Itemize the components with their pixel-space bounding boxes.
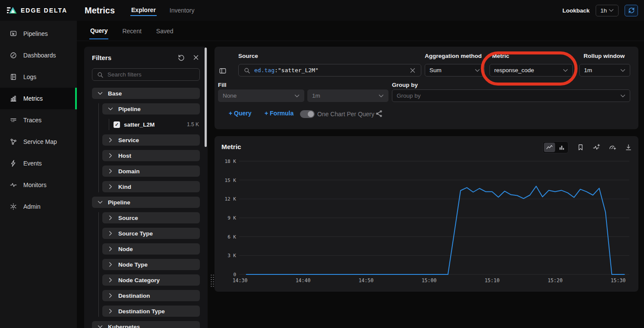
filters-scrollbar-thumb[interactable] bbox=[205, 48, 207, 147]
lookback-label: Lookback bbox=[562, 7, 590, 14]
filter-group-node-category[interactable]: Node Category bbox=[102, 274, 200, 286]
filters-reset-icon[interactable] bbox=[177, 54, 185, 61]
sidebar-item-logs[interactable]: Logs bbox=[0, 66, 77, 88]
filter-group-service[interactable]: Service bbox=[102, 134, 200, 146]
app-window: EDGE DELTA Metrics ExplorerInventory Loo… bbox=[0, 0, 644, 328]
aggregation-label: Aggregation method bbox=[425, 53, 482, 59]
filter-group-label: Pipeline bbox=[108, 199, 130, 206]
tab-saved[interactable]: Saved bbox=[155, 22, 174, 39]
filters-close-icon[interactable] bbox=[192, 54, 200, 61]
query-builder-panel: Source ed.tag:"satter_L2M" Aggregation m… bbox=[215, 47, 638, 129]
chevron-right-icon bbox=[107, 276, 114, 284]
filter-group-children: Pipeline✓satter_L2M1.5 KServiceHostDomai… bbox=[98, 103, 200, 192]
filter-group-source[interactable]: Source bbox=[102, 212, 200, 223]
svg-text:0: 0 bbox=[233, 272, 236, 277]
fill-select[interactable]: None bbox=[218, 89, 304, 102]
download-icon[interactable] bbox=[625, 143, 632, 151]
top-header: EDGE DELTA Metrics ExplorerInventory Loo… bbox=[0, 0, 644, 21]
filter-group-base[interactable]: Base bbox=[92, 88, 200, 99]
svg-text:18 K: 18 K bbox=[225, 159, 237, 164]
filter-group-label: Host bbox=[118, 153, 131, 159]
bar-chart-toggle-button[interactable] bbox=[556, 143, 567, 152]
filter-group-domain[interactable]: Domain bbox=[102, 166, 200, 177]
sidebar-item-traces[interactable]: Traces bbox=[0, 109, 77, 131]
sidebar: PipelinesDashboardsLogsMetricsTracesServ… bbox=[0, 21, 77, 328]
filter-group-node-type[interactable]: Node Type bbox=[102, 259, 200, 270]
chevron-right-icon bbox=[107, 183, 114, 191]
one-chart-per-query-toggle[interactable] bbox=[300, 110, 315, 118]
tab-query[interactable]: Query bbox=[89, 22, 108, 39]
save-query-bookmark-icon[interactable] bbox=[577, 143, 584, 151]
chevron-right-icon bbox=[107, 261, 114, 268]
svg-text:15:00: 15:00 bbox=[422, 277, 437, 283]
fill-value: None bbox=[223, 92, 237, 99]
filter-group-source-type[interactable]: Source Type bbox=[102, 228, 200, 239]
filters-search-input[interactable] bbox=[107, 71, 196, 78]
panel-resize-handle[interactable] bbox=[210, 274, 214, 287]
groupby-select[interactable]: Group by bbox=[392, 89, 630, 102]
one-chart-per-query-label: One Chart Per Query bbox=[317, 111, 374, 118]
chevron-right-icon bbox=[107, 245, 114, 253]
add-formula-button[interactable]: + Formula bbox=[265, 110, 294, 117]
sidebar-item-metrics[interactable]: Metrics bbox=[0, 88, 77, 109]
collapse-panel-icon[interactable] bbox=[219, 67, 227, 75]
add-to-dashboard-icon[interactable] bbox=[609, 143, 616, 151]
filter-group-label: Service bbox=[118, 137, 139, 143]
filter-group-node[interactable]: Node bbox=[102, 243, 200, 255]
sidebar-item-dashboards[interactable]: Dashboards bbox=[0, 45, 77, 66]
checkbox-checked[interactable]: ✓ bbox=[114, 121, 120, 128]
filter-group-kind[interactable]: Kind bbox=[102, 181, 200, 192]
lookback-select[interactable]: 1h bbox=[596, 5, 619, 16]
chevron-right-icon bbox=[107, 307, 114, 315]
line-chart-toggle-button[interactable] bbox=[544, 143, 555, 152]
rollup-select[interactable]: 1m bbox=[579, 64, 630, 76]
clear-query-icon[interactable] bbox=[409, 67, 417, 74]
header-tab-explorer[interactable]: Explorer bbox=[130, 5, 157, 16]
bar-chart-icon bbox=[559, 144, 565, 151]
filter-group-host[interactable]: Host bbox=[102, 150, 200, 161]
admin-icon bbox=[9, 203, 17, 210]
refresh-button[interactable] bbox=[625, 5, 638, 16]
filter-group-destination-type[interactable]: Destination Type bbox=[102, 306, 200, 317]
tab-recent[interactable]: Recent bbox=[121, 22, 142, 39]
search-icon bbox=[96, 71, 104, 79]
filter-group-pipeline[interactable]: Pipeline bbox=[102, 103, 200, 115]
create-monitor-icon[interactable] bbox=[593, 143, 600, 151]
header-tab-inventory[interactable]: Inventory bbox=[169, 5, 196, 16]
source-label: Source bbox=[238, 53, 258, 59]
filter-group-kubernetes[interactable]: Kubernetes bbox=[92, 321, 200, 328]
filter-group-pipeline[interactable]: Pipeline bbox=[92, 197, 200, 208]
filter-group-label: Pipeline bbox=[118, 106, 141, 112]
filter-group-destination[interactable]: Destination bbox=[102, 290, 200, 301]
chevron-down-icon bbox=[619, 92, 627, 100]
logs-icon bbox=[9, 73, 17, 81]
metric-line-chart[interactable]: 03 K6 K9 K12 K15 K18 K14:3014:4014:5015:… bbox=[219, 157, 634, 287]
sidebar-item-label: Monitors bbox=[23, 182, 47, 188]
chevron-right-icon bbox=[107, 152, 114, 159]
chart-title: Metric bbox=[221, 143, 241, 151]
header-right: Lookback 1h bbox=[562, 5, 644, 16]
sidebar-item-admin[interactable]: Admin bbox=[0, 196, 77, 217]
add-query-button[interactable]: + Query bbox=[229, 110, 252, 117]
chevron-right-icon bbox=[107, 214, 114, 222]
filters-title: Filters bbox=[92, 54, 111, 61]
source-query-input[interactable]: ed.tag:"satter_L2M" bbox=[238, 64, 421, 76]
fill-window-select[interactable]: 1m bbox=[307, 89, 388, 102]
view-tabs: QueryRecentSaved bbox=[77, 21, 644, 41]
groupby-placeholder: Group by bbox=[397, 92, 421, 99]
sidebar-item-service-map[interactable]: Service Map bbox=[0, 131, 77, 153]
filters-search[interactable] bbox=[92, 68, 200, 81]
chevron-right-icon bbox=[107, 292, 114, 299]
metric-select[interactable]: response_code bbox=[489, 64, 573, 76]
svg-text:14:50: 14:50 bbox=[359, 277, 374, 283]
sidebar-item-pipelines[interactable]: Pipelines bbox=[0, 23, 77, 45]
header-tabs: ExplorerInventory bbox=[130, 0, 195, 21]
filter-option-satter-l2m[interactable]: ✓satter_L2M1.5 K bbox=[113, 119, 200, 130]
fill-label: Fill bbox=[218, 82, 227, 88]
aggregation-select[interactable]: Sum bbox=[425, 64, 485, 76]
metric-label: Metric bbox=[492, 53, 509, 59]
brand-logo[interactable]: EDGE DELTA bbox=[0, 6, 77, 15]
share-icon[interactable] bbox=[375, 110, 383, 118]
sidebar-item-events[interactable]: Events bbox=[0, 153, 77, 174]
sidebar-item-monitors[interactable]: Monitors bbox=[0, 174, 77, 196]
